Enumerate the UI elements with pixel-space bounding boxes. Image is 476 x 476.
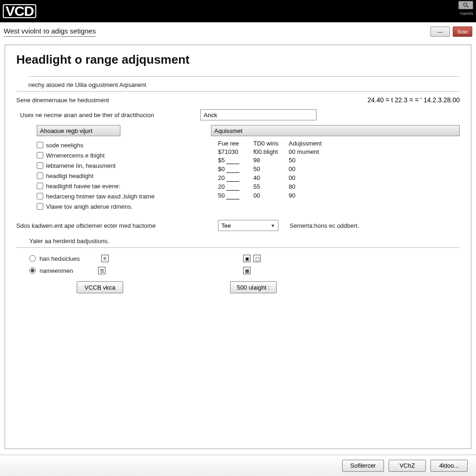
radio-label: han hedsiclues [40, 255, 80, 262]
table-cell: f00.blight [253, 148, 289, 155]
page-icon[interactable]: ▢ [253, 255, 261, 262]
close-button[interactable]: Sran [453, 26, 472, 37]
page-icon[interactable]: ▣ [243, 255, 251, 262]
checkbox-6[interactable] [37, 203, 43, 210]
svg-point-0 [464, 3, 467, 7]
left-header-input[interactable] [37, 125, 120, 136]
checkbox-4[interactable] [37, 183, 43, 189]
checkbox-0[interactable] [37, 142, 43, 148]
table-cell: 80 [289, 183, 335, 191]
app-logo: VCD [3, 4, 36, 18]
table-cell: 50 [289, 157, 335, 164]
divider [16, 247, 460, 248]
table-cell: 40 [253, 174, 289, 182]
subheader-buttons: — Sran [430, 26, 472, 37]
checkbox-5[interactable] [37, 193, 43, 199]
right-header-input[interactable] [211, 125, 460, 136]
subheader: West vviolnt זo adigs setignes — Sran [0, 22, 476, 41]
divider [16, 91, 460, 92]
checkbox-label: hedarceng hnimer taw easd ‚lsligh trame [46, 193, 154, 200]
doc-icon[interactable]: ⎘ [101, 255, 109, 262]
checkbox-3[interactable] [37, 172, 43, 179]
col-header: TD0 wiris [253, 140, 289, 147]
weight-button[interactable]: 500 ulaight : [230, 281, 277, 293]
titlebar-tooltip: Hairels [460, 11, 473, 16]
table-cell: 55 [253, 183, 289, 191]
table-cell: 50 [253, 165, 289, 173]
select-label: Sdos kadwen.ent ape ofticlemer ecter med… [16, 222, 207, 229]
page-title: Headlight o range adjqusment [16, 53, 460, 67]
col-header: Adujissment [289, 140, 335, 147]
table-cell: $71030 [218, 148, 253, 155]
footer-btn-3[interactable]: 4ldoo... [430, 460, 468, 472]
checkbox-label: Wrnenercems e lbight [46, 152, 105, 159]
checkbox-label: Vlawe tov anigh aderue rdmens. [46, 203, 132, 210]
subheader-title: West vviolnt זo adigs setignes [4, 27, 96, 37]
footer-btn-2[interactable]: VChZ [389, 460, 426, 472]
anck-input[interactable] [200, 109, 317, 120]
checkbox-label: headlightt havee tae evene: [46, 183, 120, 190]
measure-code: 24.40 = t 22.3 = = ' 14.2.3.28.00 [368, 96, 460, 104]
footer-btn-1[interactable]: Sofilercer [342, 460, 384, 472]
window-search-icon[interactable] [458, 1, 473, 9]
minimize-button[interactable]: — [430, 26, 450, 37]
table-cell: 20 [218, 183, 253, 191]
col-header: Fue ree [218, 140, 253, 147]
adjustment-table: Fue ree TD0 wiris Adujissment $71030 f00… [218, 140, 460, 199]
chevron-down-icon: ▼ [271, 223, 275, 228]
table-cell: 50 [218, 192, 253, 199]
main-panel: Headlight o range adjqusment nechy atooe… [5, 45, 471, 449]
select-value: Tee [221, 222, 231, 229]
checkbox-1[interactable] [37, 152, 43, 159]
footer-bar: Sofilercer VChZ 4ldoo... [0, 455, 476, 476]
table-cell: 00 [289, 165, 335, 173]
table-cell: 90 [289, 192, 335, 199]
type-select[interactable]: Tee ▼ [218, 220, 278, 231]
table-cell: $0 [218, 165, 253, 173]
table-cell: 00 mument [289, 148, 335, 155]
table-cell: 00 [253, 192, 289, 199]
doc-icon[interactable]: ☰ [98, 267, 106, 274]
titlebar: VCD Hairels [0, 0, 476, 22]
checkbox-2[interactable] [37, 162, 43, 169]
logo-text: VCD [3, 4, 36, 18]
table-cell: 98 [253, 157, 289, 164]
svg-line-1 [467, 6, 468, 7]
radio-label: nameenmen [40, 267, 73, 274]
user-label: Usex ne necme anan aned be ther of dract… [20, 112, 154, 119]
checkbox-label: lebtamene Iin, heausment [46, 162, 116, 169]
section-label: Yaler aa herderid badjustiuns. [29, 238, 460, 245]
radio-2[interactable] [29, 267, 36, 274]
table-cell: 00 [289, 174, 335, 182]
checkbox-label: headligt headlight [46, 172, 93, 179]
table-cell: 20 [218, 174, 253, 182]
group-label: nechy atooed rte Ulila ogjustment Aqisan… [28, 81, 460, 88]
select-suffix: Semerta:hons ec oddbert. [290, 222, 359, 229]
radio-1[interactable] [29, 255, 36, 262]
table-cell: $5 [218, 157, 253, 164]
checkbox-label: sode neelighs [46, 142, 83, 149]
window-controls [458, 1, 473, 9]
divider [28, 76, 460, 77]
measure-label: Sene dinemernaue he hedustment [16, 97, 109, 104]
grid-icon[interactable]: ▦ [243, 267, 251, 274]
vccb-button[interactable]: VCCB vkca [77, 281, 123, 293]
